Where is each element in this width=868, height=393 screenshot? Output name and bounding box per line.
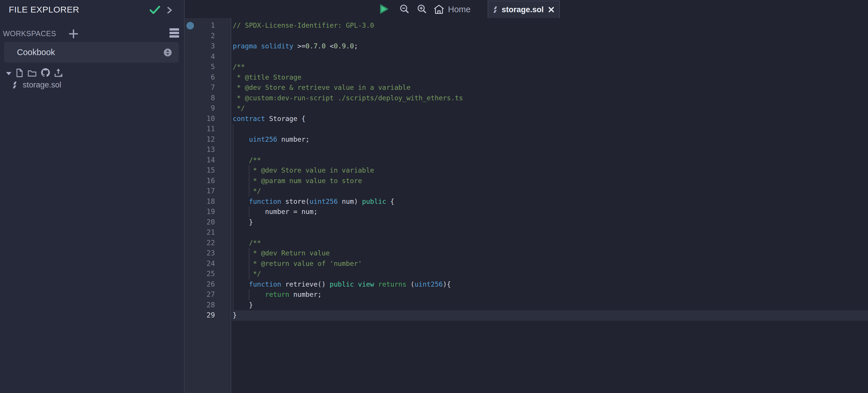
line-number[interactable]: 9 (185, 103, 215, 114)
code-line: number = num; (233, 207, 463, 217)
home-tab-label: Home (448, 5, 470, 14)
zoom-out-icon[interactable] (399, 4, 410, 15)
panel-title: FILE EXPLORER (9, 5, 79, 14)
line-number[interactable]: 23 (185, 248, 215, 259)
code-line (233, 227, 463, 238)
line-number[interactable]: 27 (185, 290, 215, 300)
line-number[interactable]: 7 (185, 83, 215, 93)
indent-guide (249, 207, 249, 217)
code-line: return number; (233, 290, 463, 300)
add-workspace-button[interactable] (68, 29, 79, 39)
line-number[interactable]: 8 (185, 93, 215, 103)
line-number[interactable]: 14 (185, 155, 215, 166)
indent-guide (249, 248, 249, 279)
code-line: function retrieve() public view returns … (233, 279, 463, 290)
code-line: */ (233, 269, 463, 279)
indent-guide (249, 290, 249, 300)
line-number[interactable]: 2 (185, 31, 215, 41)
line-number[interactable]: 15 (185, 165, 215, 176)
line-number[interactable]: 4 (185, 52, 215, 62)
tab-home[interactable]: Home (433, 2, 470, 16)
solidity-icon (492, 6, 498, 13)
line-number[interactable]: 13 (185, 144, 215, 155)
line-number[interactable]: 17 (185, 186, 215, 197)
line-number[interactable]: 28 (185, 300, 215, 310)
code-line: * @custom:dev-run-script ./scripts/deplo… (233, 93, 463, 103)
line-number[interactable]: 24 (185, 259, 215, 269)
code-line: * @dev Store & retrieve value in a varia… (233, 83, 463, 93)
editor-toolbar: Home storage.sol (185, 0, 868, 18)
code-line: */ (233, 186, 463, 197)
code-line: uint256 number; (233, 134, 463, 145)
line-number[interactable]: 20 (185, 217, 215, 228)
line-number[interactable]: 21 (185, 227, 215, 238)
workspace-selected-value: Cookbook (17, 42, 55, 63)
code-line: /** (233, 62, 463, 72)
close-icon[interactable] (548, 6, 555, 13)
home-icon (433, 4, 444, 14)
upload-icon[interactable] (54, 68, 63, 77)
code-line: function store(uint256 num) public { (233, 197, 463, 207)
caret-down-icon[interactable] (6, 72, 12, 75)
line-number[interactable]: 11 (185, 124, 215, 134)
line-number[interactable]: 1 (185, 21, 215, 31)
hamburger-menu-icon[interactable] (169, 28, 179, 38)
workspaces-label: WORKSPACES (3, 29, 56, 38)
plus-icon (68, 29, 79, 39)
file-explorer-panel: FILE EXPLORER WORKSPACES Cookbook (0, 0, 185, 393)
line-number[interactable]: 25 (185, 269, 215, 279)
tab-storage-sol[interactable]: storage.sol (488, 1, 560, 18)
new-file-icon[interactable] (16, 68, 23, 77)
code-line: } (233, 310, 463, 321)
code-line: // SPDX-License-Identifier: GPL-3.0 (233, 21, 463, 31)
code-line: pragma solidity >=0.7.0 <0.9.0; (233, 41, 463, 52)
line-number[interactable]: 3 (185, 41, 215, 52)
code-line: contract Storage { (233, 114, 463, 124)
check-icon-svg (149, 5, 160, 14)
code-line: */ (233, 103, 463, 114)
line-number[interactable]: 10 (185, 114, 215, 124)
file-item-storage-sol[interactable]: storage.sol (0, 79, 185, 90)
indent-guide (249, 165, 249, 197)
code-line: * @title Storage (233, 72, 463, 83)
line-number[interactable]: 12 (185, 134, 215, 145)
indent-guide (233, 124, 233, 310)
file-toolbar (0, 68, 185, 79)
active-tab-label: storage.sol (502, 5, 544, 14)
line-number[interactable]: 16 (185, 176, 215, 186)
code-line (233, 31, 463, 41)
github-icon[interactable] (41, 68, 50, 77)
code-line: * @return value of 'number' (233, 259, 463, 269)
zoom-in-icon[interactable] (416, 4, 428, 15)
line-number[interactable]: 5 (185, 62, 215, 72)
code-line: } (233, 217, 463, 228)
line-number[interactable]: 18 (185, 197, 215, 207)
code-line: * @dev Return value (233, 248, 463, 259)
code-line: } (233, 300, 463, 310)
sort-updown-icon[interactable] (164, 48, 172, 57)
workspace-select[interactable]: Cookbook (4, 42, 179, 63)
new-folder-icon[interactable] (28, 70, 36, 77)
code-line: * @param num value to store (233, 176, 463, 186)
line-number[interactable]: 29 (185, 310, 215, 321)
solidity-icon (12, 81, 18, 88)
code-line: * @dev Store value in variable (233, 165, 463, 176)
line-number[interactable]: 22 (185, 238, 215, 249)
line-number[interactable]: 19 (185, 207, 215, 217)
line-numbers[interactable]: 1234567891011121314151617181920212223242… (185, 21, 215, 321)
code-area[interactable]: // SPDX-License-Identifier: GPL-3.0 prag… (233, 21, 463, 321)
code-line (233, 124, 463, 134)
line-number[interactable]: 6 (185, 72, 215, 83)
line-number[interactable]: 26 (185, 279, 215, 290)
code-line (233, 144, 463, 155)
code-line: /** (233, 155, 463, 166)
chevron-right-icon[interactable] (166, 6, 173, 14)
run-script-icon[interactable] (379, 3, 390, 14)
file-name-label: storage.sol (23, 80, 61, 90)
code-line: /** (233, 238, 463, 249)
check-icon[interactable] (149, 5, 160, 14)
code-line (233, 52, 463, 62)
